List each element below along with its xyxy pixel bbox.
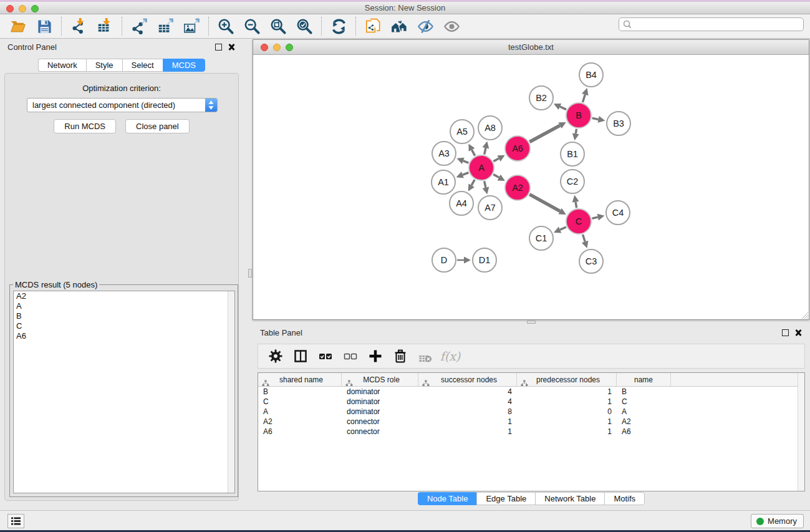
- export-network-button[interactable]: [126, 15, 152, 37]
- graph-node-D1[interactable]: D1: [473, 248, 496, 272]
- tab-network-table[interactable]: Network Table: [535, 492, 604, 505]
- select-all-button[interactable]: [314, 346, 337, 367]
- edge-A-A6[interactable]: [493, 158, 499, 162]
- import-table-button[interactable]: [92, 15, 118, 37]
- graph-node-C1[interactable]: C1: [529, 226, 553, 250]
- cell-predecessor-nodes[interactable]: 1: [517, 427, 617, 436]
- zoom-window-icon[interactable]: [31, 5, 39, 12]
- cell-successor-nodes[interactable]: 4: [418, 387, 517, 396]
- run-mcds-button[interactable]: Run MCDS: [54, 119, 116, 133]
- graph-node-A1[interactable]: A1: [432, 170, 455, 194]
- resize-grip-icon[interactable]: [800, 311, 808, 319]
- import-network-button[interactable]: [65, 15, 92, 37]
- cell-successor-nodes[interactable]: 4: [418, 397, 517, 406]
- graph-node-B[interactable]: B: [566, 103, 591, 128]
- home-button[interactable]: [386, 15, 412, 37]
- table-row[interactable]: A6connector11A6: [258, 427, 804, 437]
- search-field[interactable]: [619, 17, 804, 31]
- table-row[interactable]: A2connector11A2: [258, 417, 804, 427]
- close-panel-button[interactable]: Close panel: [125, 119, 190, 133]
- graph-node-B1[interactable]: B1: [561, 142, 584, 166]
- search-input[interactable]: [634, 20, 799, 29]
- deselect-all-button[interactable]: [339, 346, 362, 367]
- close-panel-icon[interactable]: [228, 43, 236, 51]
- graph-node-C4[interactable]: C4: [606, 201, 630, 225]
- edge-A-A3[interactable]: [463, 161, 469, 163]
- graph-node-A6[interactable]: A6: [505, 136, 530, 161]
- mcds-result-list[interactable]: A2ABCA6: [13, 291, 235, 493]
- graph-node-D[interactable]: D: [432, 248, 456, 272]
- cell-predecessor-nodes[interactable]: 1: [517, 397, 617, 406]
- edge-A2-C[interactable]: [529, 195, 560, 211]
- graph-node-C3[interactable]: C3: [579, 249, 603, 273]
- column-header-shared-name[interactable]: shared name: [258, 373, 342, 386]
- edge-C-C1[interactable]: [560, 227, 566, 230]
- cell-predecessor-nodes[interactable]: 1: [517, 387, 617, 396]
- edge-A-A1[interactable]: [463, 173, 469, 175]
- edge-A-A5[interactable]: [472, 150, 475, 155]
- mcds-result-item[interactable]: B: [14, 311, 234, 321]
- close-table-panel-icon[interactable]: [794, 329, 803, 337]
- table-row[interactable]: Bdominator41B: [258, 387, 804, 397]
- trash-button[interactable]: [389, 346, 412, 367]
- node-table[interactable]: shared nameMCDS rolesuccessor nodesprede…: [258, 372, 805, 491]
- graph-node-A[interactable]: A: [469, 155, 494, 180]
- edge-B-B1[interactable]: [576, 129, 576, 134]
- edge-B-B2[interactable]: [560, 107, 566, 110]
- table-scrollbar[interactable]: [798, 373, 804, 491]
- mcds-result-item[interactable]: C: [14, 321, 234, 331]
- save-button[interactable]: [31, 15, 57, 37]
- column-header-MCDS-role[interactable]: MCDS role: [342, 373, 418, 386]
- cell-name[interactable]: A2: [617, 417, 671, 426]
- graph-node-A3[interactable]: A3: [432, 142, 456, 165]
- gear-button[interactable]: [264, 346, 287, 367]
- cell-MCDS-role[interactable]: dominator: [342, 407, 418, 416]
- refresh-button[interactable]: [325, 15, 352, 37]
- graph-node-C2[interactable]: C2: [561, 170, 584, 193]
- network-zoom-icon[interactable]: [286, 44, 293, 51]
- mcds-list-scrollbar[interactable]: [228, 291, 234, 493]
- export-image-button[interactable]: [178, 15, 205, 37]
- mcds-result-item[interactable]: A6: [14, 331, 234, 341]
- cell-MCDS-role[interactable]: dominator: [342, 387, 418, 396]
- graph-node-C[interactable]: C: [566, 209, 591, 234]
- cell-name[interactable]: B: [617, 387, 671, 396]
- graph-node-B2[interactable]: B2: [529, 86, 553, 110]
- columns-button[interactable]: [289, 346, 312, 367]
- tab-network[interactable]: Network: [38, 59, 86, 72]
- zoom-selected-button[interactable]: [291, 15, 317, 37]
- edge-A-A4[interactable]: [471, 180, 475, 185]
- edge-B-B3[interactable]: [592, 118, 599, 119]
- graph-node-A5[interactable]: A5: [450, 120, 474, 143]
- cell-shared-name[interactable]: B: [258, 387, 342, 396]
- tab-mcds[interactable]: MCDS: [163, 59, 205, 72]
- tab-select[interactable]: Select: [122, 59, 163, 72]
- cell-shared-name[interactable]: C: [258, 397, 342, 406]
- minimize-window-icon[interactable]: [19, 5, 26, 12]
- cell-successor-nodes[interactable]: 8: [418, 407, 517, 416]
- export-table-button[interactable]: [152, 15, 178, 37]
- network-minimize-icon[interactable]: [273, 44, 281, 51]
- graph-node-A7[interactable]: A7: [478, 196, 502, 220]
- cell-MCDS-role[interactable]: dominator: [342, 397, 418, 406]
- close-window-icon[interactable]: [6, 5, 14, 12]
- criterion-select[interactable]: largest connected component (directed): [27, 98, 218, 112]
- cell-successor-nodes[interactable]: 1: [418, 427, 517, 436]
- tab-style[interactable]: Style: [86, 59, 122, 72]
- session-document-button[interactable]: [360, 15, 386, 37]
- cell-successor-nodes[interactable]: 1: [418, 417, 517, 426]
- graph-node-A4[interactable]: A4: [450, 191, 473, 215]
- zoom-out-button[interactable]: [239, 15, 265, 37]
- zoom-fit-button[interactable]: [265, 15, 291, 37]
- mcds-result-item[interactable]: A2: [14, 291, 234, 301]
- graph-node-A2[interactable]: A2: [505, 175, 530, 200]
- eye-button[interactable]: [438, 15, 465, 37]
- mcds-result-item[interactable]: A: [14, 301, 234, 311]
- edge-B-B4[interactable]: [582, 95, 585, 102]
- edge-C-C4[interactable]: [592, 217, 597, 218]
- table-row[interactable]: Cdominator41C: [258, 397, 804, 407]
- column-header-successor-nodes[interactable]: successor nodes: [418, 373, 517, 386]
- network-close-icon[interactable]: [261, 44, 268, 51]
- graph-node-B4[interactable]: B4: [579, 63, 603, 87]
- cell-name[interactable]: A: [617, 407, 671, 416]
